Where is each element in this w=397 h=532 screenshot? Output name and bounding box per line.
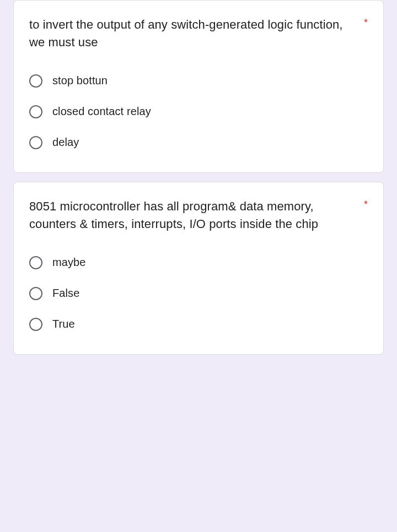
radio-icon xyxy=(29,136,42,149)
option-row-delay[interactable]: delay xyxy=(29,131,368,155)
option-row-maybe[interactable]: maybe xyxy=(29,251,368,275)
option-label: maybe xyxy=(52,256,86,269)
question-card-2: 8051 microcontroller has all program& da… xyxy=(13,182,384,355)
radio-icon xyxy=(29,318,42,331)
option-row-true[interactable]: True xyxy=(29,312,368,336)
radio-icon xyxy=(29,256,42,269)
option-label: stop bottun xyxy=(52,74,108,87)
option-row-stop-bottun[interactable]: stop bottun xyxy=(29,69,368,93)
option-label: False xyxy=(52,287,79,300)
option-row-closed-contact-relay[interactable]: closed contact relay xyxy=(29,100,368,124)
option-label: closed contact relay xyxy=(52,105,151,118)
required-asterisk-icon: * xyxy=(364,198,368,210)
option-label: True xyxy=(52,318,75,330)
required-asterisk-icon: * xyxy=(364,16,368,29)
radio-icon xyxy=(29,287,42,300)
radio-icon xyxy=(29,105,42,118)
options-container: maybe False True xyxy=(29,251,368,336)
options-container: stop bottun closed contact relay delay xyxy=(29,69,368,155)
option-row-false[interactable]: False xyxy=(29,281,368,306)
question-text: to invert the output of any switch-gener… xyxy=(29,16,364,51)
radio-icon xyxy=(29,74,42,88)
question-header: to invert the output of any switch-gener… xyxy=(29,16,368,51)
question-card-1: to invert the output of any switch-gener… xyxy=(13,0,384,173)
option-label: delay xyxy=(52,136,79,149)
question-header: 8051 microcontroller has all program& da… xyxy=(29,198,368,233)
question-text: 8051 microcontroller has all program& da… xyxy=(29,198,364,233)
